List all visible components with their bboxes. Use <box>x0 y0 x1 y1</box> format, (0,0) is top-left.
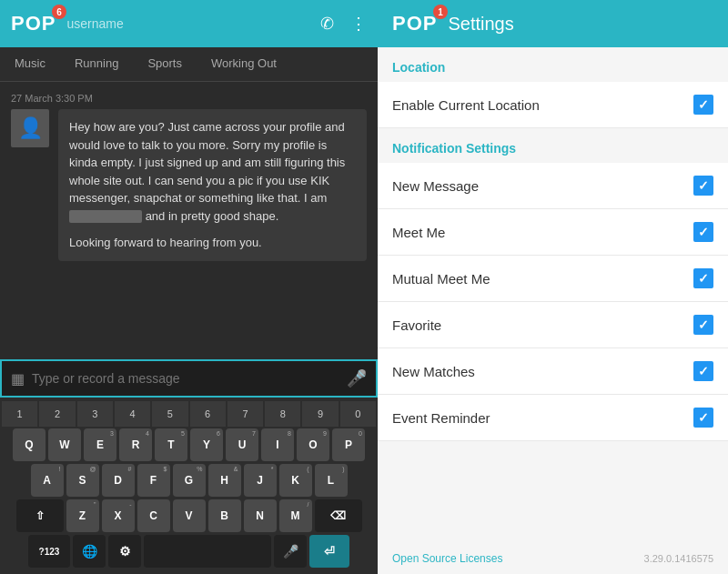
checkmark-icon: ✓ <box>698 317 709 332</box>
key-r[interactable]: R4 <box>119 428 152 461</box>
key-6[interactable]: 6 <box>190 401 226 427</box>
left-panel: POP 6 username ✆ ⋮ Music Running Sports … <box>0 0 378 574</box>
checkmark-icon: ✓ <box>698 410 709 425</box>
right-notification-badge: 1 <box>433 5 448 19</box>
new-message-checkbox[interactable]: ✓ <box>693 176 713 196</box>
message-bubble: Hey how are you? Just came across your p… <box>58 109 367 261</box>
key-symbols[interactable]: ?123 <box>28 535 70 568</box>
key-2[interactable]: 2 <box>39 401 75 427</box>
key-j[interactable]: J* <box>244 464 277 497</box>
settings-item-favorite: Favorite ✓ <box>378 302 728 348</box>
new-message-label: New Message <box>392 178 479 194</box>
app-logo: POP 6 <box>11 12 56 35</box>
phone-icon[interactable]: ✆ <box>320 14 334 34</box>
favorite-checkbox[interactable]: ✓ <box>693 315 713 335</box>
key-v[interactable]: V <box>173 499 206 532</box>
settings-content: Location Enable Current Location ✓ Notif… <box>378 47 728 543</box>
key-p[interactable]: P0 <box>332 428 365 461</box>
open-source-link[interactable]: Open Source Licenses <box>392 552 502 565</box>
tab-sports[interactable]: Sports <box>133 47 197 81</box>
event-reminder-label: Event Reminder <box>392 410 490 426</box>
number-row: 1 2 3 4 5 6 7 8 9 0 <box>2 401 376 427</box>
key-i[interactable]: I8 <box>261 428 294 461</box>
key-z[interactable]: Z" <box>66 499 99 532</box>
checkmark-icon: ✓ <box>698 225 709 239</box>
microphone-icon[interactable]: 🎤 <box>347 368 367 388</box>
key-1[interactable]: 1 <box>2 401 37 427</box>
message-input-area[interactable]: ▦ 🎤 <box>0 359 378 398</box>
key-7[interactable]: 7 <box>228 401 263 427</box>
key-g[interactable]: G% <box>173 464 206 497</box>
notification-badge: 6 <box>52 5 66 19</box>
key-y[interactable]: Y6 <box>190 428 223 461</box>
key-settings[interactable]: ⚙ <box>108 535 141 568</box>
settings-item-new-matches: New Matches ✓ <box>378 348 728 395</box>
key-n[interactable]: N <box>244 499 277 532</box>
key-d[interactable]: D# <box>102 464 135 497</box>
event-reminder-checkbox[interactable]: ✓ <box>693 408 713 428</box>
compose-icon: ▦ <box>11 370 25 388</box>
key-3[interactable]: 3 <box>77 401 113 427</box>
message-body-2: and in pretty good shape. <box>146 209 279 223</box>
key-shift[interactable]: ⇧ <box>16 499 64 532</box>
checkmark-icon: ✓ <box>698 178 709 193</box>
key-f[interactable]: F$ <box>137 464 170 497</box>
key-s[interactable]: S@ <box>66 464 99 497</box>
key-5[interactable]: 5 <box>152 401 187 427</box>
new-matches-label: New Matches <box>392 364 475 379</box>
key-u[interactable]: U7 <box>226 428 258 461</box>
checkmark-icon: ✓ <box>698 364 709 378</box>
key-h[interactable]: H& <box>208 464 241 497</box>
settings-item-event-reminder: Event Reminder ✓ <box>378 395 728 441</box>
avatar: 👤 <box>11 109 49 147</box>
tab-running[interactable]: Running <box>60 47 133 81</box>
key-8[interactable]: 8 <box>265 401 300 427</box>
right-header: POP 1 Settings <box>378 0 728 47</box>
key-enter[interactable]: ⏎ <box>309 535 349 568</box>
mutual-meet-me-checkbox[interactable]: ✓ <box>693 268 713 288</box>
key-mic[interactable]: 🎤 <box>274 535 307 568</box>
settings-item-mutual-meet-me: Mutual Meet Me ✓ <box>378 256 728 302</box>
key-m[interactable]: M/ <box>279 499 312 532</box>
enable-location-label: Enable Current Location <box>392 97 540 113</box>
key-k[interactable]: K( <box>279 464 312 497</box>
key-q[interactable]: Q <box>13 428 46 461</box>
section-header-notifications: Notification Settings <box>378 128 728 163</box>
key-x[interactable]: X- <box>102 499 135 532</box>
key-4[interactable]: 4 <box>115 401 150 427</box>
settings-footer: Open Source Licenses 3.29.0.1416575 <box>378 543 728 574</box>
key-a[interactable]: A! <box>31 464 64 497</box>
left-header: POP 6 username ✆ ⋮ <box>0 0 378 47</box>
key-o[interactable]: O9 <box>297 428 329 461</box>
key-e[interactable]: E3 <box>84 428 116 461</box>
keyboard-row-1: Q W E3 R4 T5 Y6 U7 I8 O9 P0 <box>2 428 376 461</box>
key-0[interactable]: 0 <box>340 401 376 427</box>
key-globe[interactable]: 🌐 <box>73 535 106 568</box>
key-space[interactable] <box>144 535 271 568</box>
section-header-location: Location <box>378 47 728 82</box>
key-l[interactable]: L) <box>315 464 348 497</box>
checkmark-icon: ✓ <box>698 271 709 286</box>
new-matches-checkbox[interactable]: ✓ <box>693 361 713 381</box>
meet-me-label: Meet Me <box>392 225 445 240</box>
message-input[interactable] <box>32 371 339 386</box>
message-timestamp: 27 March 3:30 PM <box>11 93 367 104</box>
checkmark-icon: ✓ <box>698 97 709 112</box>
key-w[interactable]: W <box>48 428 81 461</box>
meet-me-checkbox[interactable]: ✓ <box>693 222 713 242</box>
key-b[interactable]: B <box>208 499 241 532</box>
enable-location-checkbox[interactable]: ✓ <box>693 95 713 115</box>
keyboard-bottom-row: ?123 🌐 ⚙ 🎤 ⏎ <box>2 535 376 568</box>
message-row: 👤 Hey how are you? Just came across your… <box>11 109 367 261</box>
keyboard-row-2: A! S@ D# F$ G% H& J* K( L) <box>2 464 376 497</box>
mutual-meet-me-label: Mutual Meet Me <box>392 271 490 287</box>
key-backspace[interactable]: ⌫ <box>315 499 362 532</box>
settings-item-enable-location: Enable Current Location ✓ <box>378 82 728 128</box>
menu-icon[interactable]: ⋮ <box>350 14 367 34</box>
key-t[interactable]: T5 <box>155 428 187 461</box>
tab-music[interactable]: Music <box>0 47 60 81</box>
tab-working-out[interactable]: Working Out <box>197 47 291 81</box>
key-9[interactable]: 9 <box>302 401 338 427</box>
key-c[interactable]: C <box>137 499 170 532</box>
right-panel: POP 1 Settings Location Enable Current L… <box>378 0 728 574</box>
